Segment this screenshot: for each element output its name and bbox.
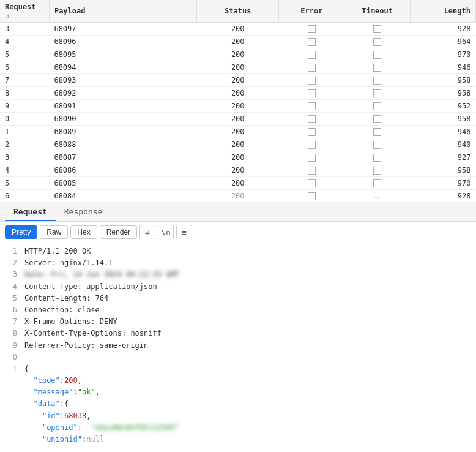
cell-payload: 68092 — [49, 87, 196, 100]
cell-timeout — [344, 87, 410, 100]
cell-payload: 68089 — [49, 126, 196, 138]
cell-timeout — [344, 113, 410, 126]
col-request[interactable]: Request ↑ — [0, 0, 49, 23]
col-length[interactable]: Length — [410, 0, 475, 23]
timeout-checkbox[interactable] — [373, 25, 381, 33]
table-row[interactable]: 268088200940 — [0, 138, 476, 151]
cell-length: 958 — [410, 164, 475, 177]
table-row[interactable]: 568095200970 — [0, 48, 476, 61]
error-checkbox[interactable] — [308, 77, 316, 85]
tab-response[interactable]: Response — [56, 203, 111, 221]
response-line-data: "data":{ — [5, 398, 471, 410]
error-checkbox[interactable] — [308, 102, 316, 110]
tab-request[interactable]: Request — [5, 203, 56, 221]
cell-timeout — [344, 100, 410, 113]
arrows-icon[interactable]: ⇄ — [139, 225, 155, 239]
newline-icon[interactable]: \n — [158, 225, 174, 239]
cell-status: 200 — [197, 126, 279, 138]
cell-payload: 68094 — [49, 61, 196, 74]
table-row[interactable]: 468086200958 — [0, 164, 476, 177]
cell-request: 6 — [0, 190, 49, 203]
format-render-button[interactable]: Render — [100, 225, 137, 239]
cell-length: 964 — [410, 36, 475, 48]
error-checkbox[interactable] — [308, 38, 316, 46]
cell-timeout — [344, 151, 410, 164]
timeout-checkbox[interactable] — [373, 89, 381, 97]
format-raw-button[interactable]: Raw — [40, 225, 68, 239]
table-row[interactable]: 668084200…928 — [0, 190, 476, 203]
response-line-id: "id":68038, — [5, 410, 471, 422]
timeout-checkbox[interactable] — [373, 154, 381, 162]
timeout-checkbox[interactable] — [373, 167, 381, 175]
timeout-ellipsis: … — [375, 192, 379, 200]
format-hex-button[interactable]: Hex — [70, 225, 97, 239]
cell-status: 200 — [197, 164, 279, 177]
col-payload[interactable]: Payload — [49, 0, 196, 23]
timeout-checkbox[interactable] — [373, 51, 381, 59]
cell-payload: 68085 — [49, 177, 196, 190]
sort-desc-icon: ↑ — [6, 12, 10, 19]
col-request-label: Request — [5, 2, 36, 11]
cell-status: 200 — [197, 36, 279, 48]
error-checkbox[interactable] — [308, 51, 316, 59]
table-row[interactable]: 868092200958 — [0, 87, 476, 100]
col-timeout[interactable]: Timeout — [344, 0, 410, 23]
cell-status: 200 — [197, 23, 279, 36]
error-checkbox[interactable] — [308, 192, 316, 200]
error-checkbox[interactable] — [308, 167, 316, 175]
table-row[interactable]: 368097200928 — [0, 23, 476, 36]
cell-error — [279, 87, 344, 100]
cell-error — [279, 190, 344, 203]
timeout-checkbox[interactable] — [373, 179, 381, 187]
response-content: 1 HTTP/1.1 200 OK 2 Server: nginx/1.14.1… — [0, 243, 476, 448]
table-row[interactable]: 768093200958 — [0, 74, 476, 87]
table-row[interactable]: 568085200970 — [0, 177, 476, 190]
table-row[interactable]: 168089200946 — [0, 126, 476, 138]
cell-status: 200 — [197, 48, 279, 61]
response-line-message: "message":"ok", — [5, 386, 471, 398]
cell-timeout — [344, 177, 410, 190]
cell-status: 200 — [197, 113, 279, 126]
cell-request: 3 — [0, 151, 49, 164]
cell-timeout — [344, 126, 410, 138]
cell-error — [279, 23, 344, 36]
cell-payload: 68095 — [49, 48, 196, 61]
cell-status: 200 — [197, 100, 279, 113]
cell-request: 5 — [0, 177, 49, 190]
error-checkbox[interactable] — [308, 115, 316, 123]
cell-length: 958 — [410, 87, 475, 100]
error-checkbox[interactable] — [308, 179, 316, 187]
timeout-checkbox[interactable] — [373, 64, 381, 72]
error-checkbox[interactable] — [308, 154, 316, 162]
col-error[interactable]: Error — [279, 0, 344, 23]
col-length-label: Length — [444, 7, 470, 15]
cell-error — [279, 48, 344, 61]
timeout-checkbox[interactable] — [373, 128, 381, 136]
error-checkbox[interactable] — [308, 64, 316, 72]
table-row[interactable]: 668094200946 — [0, 61, 476, 74]
response-line-5: 5 Content-Length: 764 — [5, 293, 471, 304]
menu-icon[interactable]: ≡ — [176, 225, 192, 239]
table-row[interactable]: 068090200958 — [0, 113, 476, 126]
table-row[interactable]: 368087200927 — [0, 151, 476, 164]
timeout-checkbox[interactable] — [373, 141, 381, 149]
cell-length: 970 — [410, 48, 475, 61]
error-checkbox[interactable] — [308, 128, 316, 136]
cell-status: 200 — [197, 190, 279, 203]
response-line-3: 3 Date: Fri, 14 Jun 2024 04:22:33 GMT — [5, 269, 471, 281]
cell-length: 952 — [410, 100, 475, 113]
timeout-checkbox[interactable] — [373, 77, 381, 85]
error-checkbox[interactable] — [308, 89, 316, 97]
cell-status: 200 — [197, 151, 279, 164]
error-checkbox[interactable] — [308, 25, 316, 33]
timeout-checkbox[interactable] — [373, 115, 381, 123]
response-line-1: 1 HTTP/1.1 200 OK — [5, 246, 471, 257]
timeout-checkbox[interactable] — [373, 38, 381, 46]
error-checkbox[interactable] — [308, 141, 316, 149]
timeout-checkbox[interactable] — [373, 102, 381, 110]
table-row[interactable]: 468096200964 — [0, 36, 476, 48]
requests-table: Request ↑ Payload Status Error Timeout L… — [0, 0, 476, 203]
col-status[interactable]: Status — [197, 0, 279, 23]
format-pretty-button[interactable]: Pretty — [5, 225, 37, 239]
table-row[interactable]: 968091200952 — [0, 100, 476, 113]
